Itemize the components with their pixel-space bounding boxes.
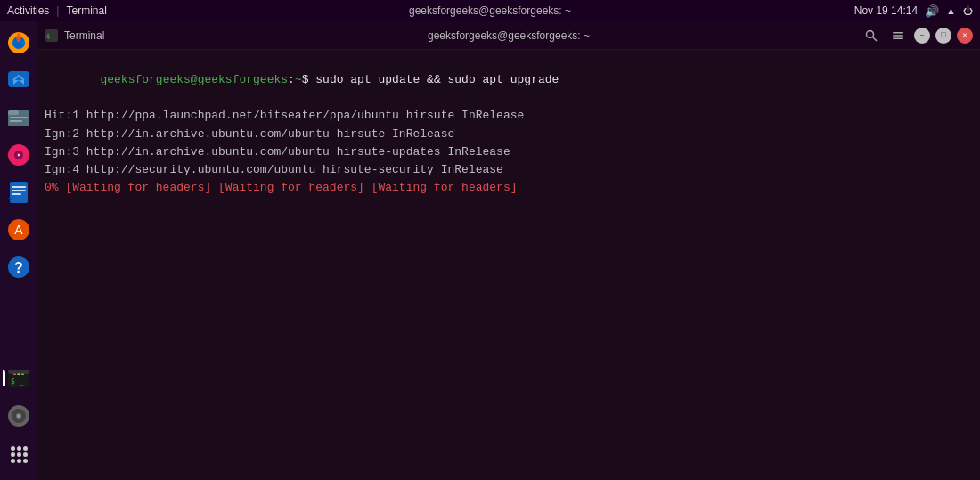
prompt-path: ~ — [295, 73, 302, 86]
terminal-icon: $ _ — [6, 366, 31, 391]
output-line-2: Ign:2 http://in.archive.ubuntu.com/ubunt… — [45, 126, 973, 143]
svg-rect-21 — [13, 374, 16, 376]
top-bar-right: Nov 19 14:14 🔊 ▲ ⏻ — [854, 4, 973, 18]
titlebar-title: geeksforgeeks@geeksforgeeks: ~ — [428, 29, 590, 42]
svg-text:?: ? — [14, 260, 23, 275]
svg-rect-6 — [10, 120, 22, 122]
svg-point-10 — [18, 154, 20, 156]
rhythmbox-icon — [6, 142, 31, 167]
writer-icon — [6, 180, 31, 205]
dock-item-writer[interactable] — [3, 176, 35, 208]
terminal-titlebar: $ Terminal geeksforgeeks@geeksforgeeks: … — [37, 21, 980, 50]
svg-rect-11 — [10, 182, 28, 203]
prompt-user: geeksforgeeks@geeksforgeeks — [100, 73, 288, 86]
prompt-colon: : — [288, 73, 295, 86]
titlebar-right: – □ ✕ — [861, 25, 973, 46]
top-bar-left: Activities | Terminal — [7, 4, 107, 17]
svg-rect-22 — [18, 374, 20, 376]
maximize-button[interactable]: □ — [935, 28, 951, 44]
dock-item-software[interactable]: A — [3, 214, 35, 246]
titlebar-center: geeksforgeeks@geeksforgeeks: ~ — [428, 29, 590, 42]
dock-item-messages[interactable] — [3, 64, 35, 96]
svg-rect-13 — [12, 190, 26, 191]
svg-point-28 — [18, 415, 20, 418]
dock-item-firefox[interactable] — [3, 27, 35, 59]
grid-dots-icon — [11, 446, 28, 463]
search-icon — [865, 29, 878, 42]
svg-rect-2 — [8, 71, 29, 87]
prompt-command: sudo apt update && sudo apt upgrade — [315, 73, 559, 86]
show-apps-button[interactable] — [3, 438, 35, 470]
svg-text:$ _: $ _ — [11, 378, 24, 386]
terminal-body[interactable]: geeksforgeeks@geeksforgeeks:~$ sudo apt … — [37, 50, 980, 480]
titlebar-terminal-icon: $ — [45, 28, 59, 43]
svg-line-32 — [873, 37, 878, 41]
titlebar-terminal-label: Terminal — [64, 29, 104, 42]
svg-rect-5 — [10, 117, 28, 118]
output-line-3: Ign:3 http://in.archive.ubuntu.com/ubunt… — [45, 143, 973, 161]
top-bar-separator: | — [56, 4, 59, 17]
dock-item-help[interactable]: ? — [3, 251, 35, 283]
firefox-icon — [6, 30, 31, 55]
svg-rect-33 — [893, 32, 903, 34]
dock-item-rhythmbox[interactable] — [3, 139, 35, 171]
svg-text:A: A — [14, 223, 23, 237]
close-button[interactable]: ✕ — [957, 28, 973, 44]
dvd-icon — [6, 403, 31, 428]
dock-item-dvd[interactable] — [3, 400, 35, 432]
top-bar-center: geeksforgeeks@geeksforgeeks: ~ — [409, 4, 571, 17]
sidebar-dock: A ? $ _ — [0, 21, 37, 480]
prompt-dollar: $ — [302, 73, 316, 86]
dock-item-files[interactable] — [3, 102, 35, 134]
output-line-4: Ign:4 http://security.ubuntu.com/ubuntu … — [45, 161, 973, 179]
svg-rect-20 — [8, 370, 29, 374]
power-icon[interactable]: ⏻ — [963, 5, 973, 16]
terminal-window: $ Terminal geeksforgeeks@geeksforgeeks: … — [37, 21, 980, 480]
titlebar-left: $ Terminal — [45, 28, 104, 43]
svg-rect-4 — [8, 110, 19, 115]
datetime-label: Nov 19 14:14 — [854, 4, 918, 17]
top-bar: Activities | Terminal geeksforgeeks@geek… — [0, 0, 980, 21]
svg-text:$: $ — [46, 33, 50, 40]
prompt-line: geeksforgeeks@geeksforgeeks:~$ sudo apt … — [45, 53, 973, 107]
svg-rect-23 — [21, 374, 24, 376]
audio-icon[interactable]: 🔊 — [925, 4, 939, 18]
main-layout: Activities | Terminal geeksforgeeks@geek… — [0, 0, 980, 480]
svg-point-31 — [867, 30, 874, 37]
menu-button[interactable] — [887, 25, 909, 46]
svg-rect-12 — [12, 186, 26, 188]
hamburger-icon — [892, 29, 904, 42]
top-bar-title: geeksforgeeks@geeksforgeeks: ~ — [409, 4, 571, 17]
search-button[interactable] — [861, 25, 882, 46]
minimize-button[interactable]: – — [914, 28, 930, 44]
messages-icon — [6, 68, 31, 93]
output-line-5: 0% [Waiting for headers] [Waiting for he… — [45, 179, 973, 197]
software-icon: A — [6, 217, 31, 242]
svg-rect-14 — [12, 193, 21, 195]
activities-label[interactable]: Activities — [7, 4, 49, 17]
files-icon — [6, 105, 31, 130]
dock-item-terminal[interactable]: $ _ — [3, 362, 35, 395]
svg-rect-35 — [893, 37, 903, 39]
terminal-menu-label[interactable]: Terminal — [66, 4, 106, 17]
network-icon[interactable]: ▲ — [946, 5, 956, 16]
output-line-1: Hit:1 http://ppa.launchpad.net/bitseater… — [45, 107, 973, 125]
help-icon: ? — [6, 255, 31, 280]
svg-rect-34 — [893, 35, 903, 37]
